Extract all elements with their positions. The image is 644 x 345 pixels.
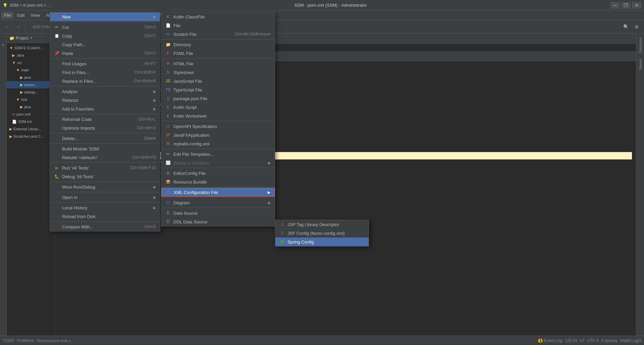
close-button[interactable]: ✕ (632, 2, 641, 9)
cm-local-history[interactable]: Local History ▶ (50, 203, 160, 212)
cm-debug-tests[interactable]: 🐛 Debug 'All Tests' (50, 172, 160, 181)
cm-refactor[interactable]: Refactor ▶ (50, 96, 160, 105)
cm-more-run[interactable]: More Run/Debug ▶ (50, 183, 160, 191)
cm-optimize-imports[interactable]: Optimize Imports Ctrl+Alt+O (50, 124, 160, 132)
sm-kotlin-script[interactable]: K Kotlin Script (161, 103, 275, 112)
encoding[interactable]: UTF-8 (587, 338, 599, 343)
sm-edit-templates-label: Edit File Templates... (173, 152, 214, 157)
menu-view[interactable]: View (28, 12, 43, 19)
sm-mybatis-label: mybatis-config.xml (173, 141, 210, 146)
sm-editorconfig[interactable]: ⊙ EditorConfig File (161, 169, 275, 178)
tree-main[interactable]: ▼ main (7, 66, 55, 74)
xmlsm-jsp-tag[interactable]: J JSP Tag Library Descriptor (275, 220, 369, 229)
sm-resource-bundle-label: Resource Bundle (173, 180, 207, 185)
theme-label[interactable]: IntelliJ Light (620, 338, 641, 343)
tree-pom[interactable]: m pom.xml (7, 111, 55, 118)
sm-scratch-file[interactable]: ✏ Scratch File Ctrl+Alt+Shift+Insert (161, 30, 275, 39)
search-button[interactable]: 🔍 (621, 22, 631, 31)
sm-swing[interactable]: ⬜ Swing UI Designer ▶ (161, 158, 275, 167)
cm-copy[interactable]: 📋 Copy Ctrl+C (50, 31, 160, 40)
sm-ddl-data-source[interactable]: 🗄 DDL Data Source (161, 217, 275, 226)
js-icon: JS (165, 78, 171, 84)
cm-find-in-files[interactable]: Find in Files... Ctrl+Shift+F (50, 68, 160, 77)
tree-test[interactable]: ▼ test (7, 96, 55, 103)
xmlsm-spring-config[interactable]: 🌿 Spring Config (275, 237, 369, 246)
sm-ts[interactable]: TS TypeScript File (161, 85, 275, 94)
sm-xml-config-label: XML Configuration File (174, 190, 218, 195)
sm-fxml[interactable]: F FXML File (161, 49, 275, 58)
sm-file[interactable]: 📄 File (161, 21, 275, 30)
tree-scratches[interactable]: ▶ Scratches and C... (7, 133, 55, 140)
tree-src[interactable]: ▼ src (7, 59, 55, 66)
cm-new[interactable]: New ▶ (50, 12, 160, 21)
tree-resources[interactable]: ▶ resour... (7, 81, 55, 88)
sm-sep5 (161, 168, 275, 168)
tree-label: main (21, 68, 29, 72)
find-usages-icon (54, 61, 59, 66)
menu-file[interactable]: File (1, 12, 14, 19)
tree-java[interactable]: ▶ java (7, 74, 55, 81)
cm-cut-label: Cut (62, 25, 69, 30)
sm-kotlin-class[interactable]: K Kotlin Class/File (161, 12, 275, 21)
sm-directory[interactable]: 📁 Directory (161, 40, 275, 49)
jsp-tag-icon: J (279, 222, 285, 227)
problems-label[interactable]: Problems (17, 338, 34, 343)
sm-resource-bundle[interactable]: 📦 Resource Bundle (161, 178, 275, 186)
cm-cut[interactable]: ✂ Cut Ctrl+X (50, 23, 160, 31)
cm-compare-with[interactable]: Compare With... Ctrl+D (50, 222, 160, 231)
xmlsm-jsf-config[interactable]: J JSF Config (faces-config.xml) (275, 229, 369, 237)
cm-sep11 (50, 221, 160, 222)
cm-open-in[interactable]: Open In ▶ (50, 193, 160, 202)
menu-edit[interactable]: Edit (14, 12, 27, 19)
sm-sep4 (161, 149, 275, 149)
sm-pkg-json[interactable]: {} package.json File (161, 94, 275, 103)
sm-stylesheet[interactable]: S Stylesheet (161, 68, 275, 77)
cm-replace-in-files[interactable]: Replace in Files... Ctrl+Shift+R (50, 77, 160, 85)
line-sep[interactable]: LF (580, 338, 585, 343)
favorites-icon (54, 106, 59, 112)
tree-test-java[interactable]: ▶ java (7, 103, 55, 111)
event-log-label[interactable]: 1 Event Log (538, 338, 562, 343)
cm-add-to-favorites[interactable]: Add to Favorites ▶ (50, 105, 160, 113)
sm-edit-templates[interactable]: ✏ Edit File Templates... (161, 150, 275, 158)
settings-button[interactable]: ⚙ (632, 22, 641, 31)
cm-reload-from-disk[interactable]: Reload from Disk (50, 212, 160, 221)
tree-webapp[interactable]: ▶ webap... (7, 88, 55, 96)
cm-find-usages[interactable]: Find Usages Alt+F7 (50, 59, 160, 68)
cm-analyze[interactable]: Analyze ▶ (50, 87, 160, 96)
tree-root-ssm[interactable]: ▼ SSM E:\Code\V... (7, 44, 55, 52)
html-icon: H (165, 61, 171, 66)
sm-diagram[interactable]: ⬡ Diagram ▶ (161, 198, 275, 207)
cm-copy-path[interactable]: Copy Path... (50, 40, 160, 49)
back-button[interactable]: ← (3, 22, 12, 31)
forward-button[interactable]: → (13, 22, 23, 31)
sm-js[interactable]: JS JavaScript File (161, 77, 275, 85)
sm-openapi[interactable]: ⊙ OpenAPI Specification (161, 122, 275, 131)
sm-sep2 (161, 58, 275, 59)
sm-javafx[interactable]: JF JavaFXApplication (161, 131, 275, 139)
sm-mybatis[interactable]: M mybatis-config.xml (161, 139, 275, 148)
cm-build-module[interactable]: Build Module 'SSM' (50, 144, 160, 153)
todo-label[interactable]: TODO (3, 338, 14, 343)
cm-copy-path-label: Copy Path... (62, 42, 86, 47)
indent-label[interactable]: 4 spaces (601, 338, 618, 343)
cm-run-tests[interactable]: ▶ Run 'All Tests' Ctrl+Shift+F10 (50, 163, 160, 172)
minimize-button[interactable]: — (610, 2, 620, 9)
cm-paste[interactable]: 📌 Paste Ctrl+V (50, 49, 160, 58)
cm-delete[interactable]: Delete... Delete (50, 134, 160, 143)
sm-data-source[interactable]: 🗄 Data Source (161, 209, 275, 217)
cm-rebuild[interactable]: Rebuild '<default>' Ctrl+Shift+F9 (50, 153, 160, 162)
cm-reformat-code[interactable]: Reformat Code Ctrl+Alt+L (50, 115, 160, 124)
tree-idea[interactable]: ▶ .idea (7, 52, 55, 59)
tree-label: SSM E:\Code\V... (14, 46, 43, 50)
maven-icon[interactable]: Maven (638, 56, 643, 72)
build-icon (54, 146, 59, 151)
project-icon[interactable]: P (0, 35, 6, 55)
sm-html[interactable]: H HTML File (161, 59, 275, 68)
sm-xml-config[interactable]: ⬡ XML Configuration File ▶ (161, 188, 275, 197)
sm-kotlin-worksheet[interactable]: K Kotlin Worksheet (161, 112, 275, 120)
maximize-button[interactable]: ❐ (621, 2, 631, 9)
tree-external-libs[interactable]: ▶ External Librari... (7, 125, 55, 133)
database-icon[interactable]: Database (638, 35, 643, 56)
tree-ssmiml[interactable]: 📄 SSM.iml (7, 118, 55, 125)
